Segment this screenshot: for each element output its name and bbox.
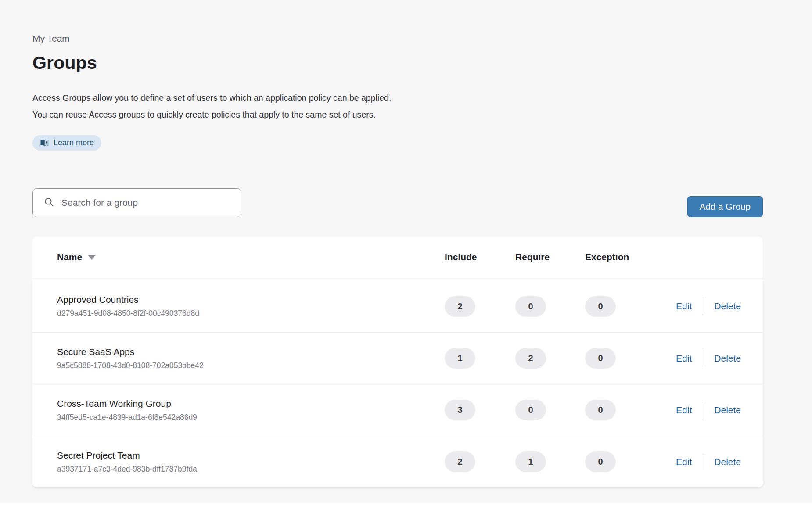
description-line-2: You can reuse Access groups to quickly c… — [32, 106, 812, 123]
description-line-1: Access Groups allow you to define a set … — [32, 90, 812, 106]
edit-link[interactable]: Edit — [676, 353, 692, 364]
require-count-badge: 2 — [515, 348, 546, 369]
page-title: Groups — [32, 52, 812, 74]
group-name: Cross-Team Working Group — [57, 398, 445, 409]
require-count-badge: 0 — [515, 296, 546, 317]
exception-column-label: Exception — [585, 252, 655, 262]
name-column-label: Name — [57, 252, 82, 262]
group-id: a3937171-a7c3-4ded-983b-dff1787b9fda — [57, 465, 445, 474]
table-row: Secure SaaS Apps 9a5c5888-1708-43d0-8108… — [32, 332, 763, 384]
exception-count-badge: 0 — [585, 452, 616, 472]
edit-link[interactable]: Edit — [676, 457, 692, 467]
learn-more-button[interactable]: Learn more — [32, 135, 101, 150]
exception-count-badge: 0 — [585, 296, 616, 317]
name-column-sort[interactable]: Name — [57, 252, 445, 262]
include-count-badge: 1 — [445, 348, 475, 369]
delete-link[interactable]: Delete — [714, 301, 741, 312]
require-column-label: Require — [515, 252, 585, 262]
row-actions: Edit Delete — [676, 298, 741, 315]
groups-page: My Team Groups Access Groups allow you t… — [0, 0, 812, 487]
require-count-badge: 0 — [515, 400, 546, 420]
sort-descending-icon — [88, 255, 96, 260]
require-count-badge: 1 — [515, 452, 546, 472]
delete-link[interactable]: Delete — [714, 405, 741, 416]
include-count-badge: 3 — [445, 400, 475, 420]
edit-link[interactable]: Edit — [676, 405, 692, 416]
actions-divider — [703, 454, 703, 470]
breadcrumb: My Team — [32, 33, 812, 44]
table-row: Approved Countries d279a451-9d08-4850-8f… — [32, 280, 763, 332]
group-id: 9a5c5888-1708-43d0-8108-702a053bbe42 — [57, 361, 445, 370]
actions-divider — [703, 350, 703, 367]
actions-divider — [703, 298, 703, 315]
group-name: Secret Project Team — [57, 450, 445, 461]
learn-more-label: Learn more — [54, 138, 94, 147]
row-actions: Edit Delete — [676, 454, 741, 470]
group-name-cell: Cross-Team Working Group 34ff5ed5-ca1e-4… — [57, 398, 445, 422]
group-id: d279a451-9d08-4850-8f2f-00c490376d8d — [57, 309, 445, 318]
edit-link[interactable]: Edit — [676, 301, 692, 312]
group-name-cell: Secure SaaS Apps 9a5c5888-1708-43d0-8108… — [57, 347, 445, 370]
delete-link[interactable]: Delete — [714, 353, 741, 364]
add-group-button[interactable]: Add a Group — [687, 196, 763, 217]
group-name-cell: Approved Countries d279a451-9d08-4850-8f… — [57, 294, 445, 318]
groups-table: Name Include Require Exception Approved … — [32, 236, 763, 487]
include-column-label: Include — [445, 252, 515, 262]
exception-count-badge: 0 — [585, 400, 616, 420]
page-bottom-strip — [0, 503, 812, 516]
group-name: Secure SaaS Apps — [57, 347, 445, 357]
search-icon — [44, 197, 54, 209]
actions-divider — [703, 402, 703, 419]
group-name: Approved Countries — [57, 294, 445, 305]
row-actions: Edit Delete — [676, 402, 741, 419]
group-name-cell: Secret Project Team a3937171-a7c3-4ded-9… — [57, 450, 445, 474]
delete-link[interactable]: Delete — [714, 457, 741, 467]
exception-count-badge: 0 — [585, 348, 616, 369]
group-id: 34ff5ed5-ca1e-4839-ad1a-6f8e542a86d9 — [57, 413, 445, 422]
table-header: Name Include Require Exception — [32, 236, 763, 278]
row-actions: Edit Delete — [676, 350, 741, 367]
table-row: Cross-Team Working Group 34ff5ed5-ca1e-4… — [32, 384, 763, 436]
include-count-badge: 2 — [445, 452, 475, 472]
table-row: Secret Project Team a3937171-a7c3-4ded-9… — [32, 436, 763, 487]
table-body: Approved Countries d279a451-9d08-4850-8f… — [32, 280, 763, 487]
group-search — [32, 188, 241, 217]
include-count-badge: 2 — [445, 296, 475, 317]
search-input[interactable] — [61, 197, 232, 208]
toolbar: Add a Group — [32, 188, 763, 217]
book-icon — [40, 139, 49, 147]
page-description: Access Groups allow you to define a set … — [32, 90, 812, 123]
